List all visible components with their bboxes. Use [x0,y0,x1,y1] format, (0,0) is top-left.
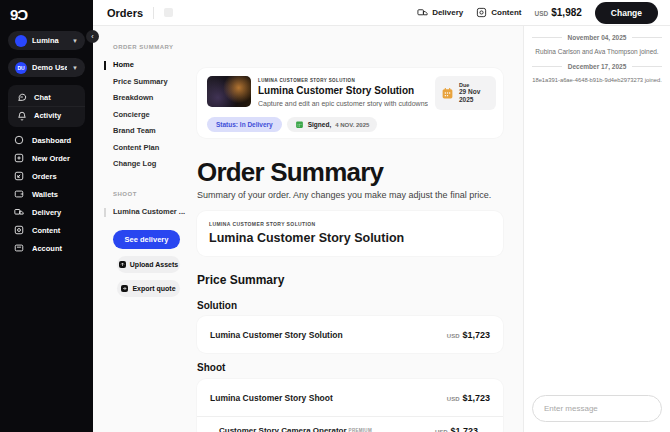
activity-event: November 04, 2025 Rubina Carlson and Ava… [524,34,670,55]
due-date-box: Due 29 Nov 2025 [435,76,496,110]
header-delivery-link[interactable]: Delivery [417,7,463,18]
subnav-section-label: ORDER SUMMARY [113,44,197,50]
main-content: LUMINA CUSTOMER STORY SOLUTION Lumina Cu… [197,26,503,432]
wallet-icon [14,189,24,199]
subnav-item-brand-team[interactable]: Brand Team [113,123,197,140]
price-row-shoot[interactable]: Lumina Customer Story Shoot USD $1,723 [197,379,503,416]
see-delivery-button[interactable]: See delivery [113,230,180,249]
currency-label: USD [447,396,460,402]
chevron-down-icon: ▼ [72,65,78,71]
signed-date: 4 NOV. 2025 [335,122,369,128]
event-text: 18e1a391-a6ae-4648-b91b-9d4eb2973273 joi… [532,77,662,83]
workspace-name: Lumina [32,36,59,45]
subnav-item-breakdown[interactable]: Breakdown [113,90,197,107]
signed-calendar-icon [295,120,304,129]
order-summary-subtitle: Summary of your order. Any changes you m… [197,190,491,200]
export-icon [121,285,128,292]
event-text: Rubina Carlson and Ava Thompson joined. [532,48,662,55]
user-avatar: DU [15,62,27,74]
sidebar-item-label: New Order [32,154,70,163]
sidebar-item-label: Content [32,226,60,235]
sidebar-item-account[interactable]: Account [0,239,93,257]
order-eyebrow: LUMINA CUSTOMER STORY SOLUTION [258,78,428,83]
header-actions: Delivery Content USD $1,982 Change [417,2,658,24]
app-window: 9Ɔ Lumina ▼ DU Demo User ▼ Chat [0,0,670,432]
subnav-item-change-log[interactable]: Change Log [113,156,197,173]
premium-tag: PREMIUM [349,428,372,432]
activity-panel: November 04, 2025 Rubina Carlson and Ava… [523,26,670,432]
price-row-camera-operator[interactable]: Customer Story Camera Operator PREMIUM U… [197,416,503,432]
sidebar-item-new-order[interactable]: New Order [0,149,93,167]
truck-icon [417,7,428,18]
chevron-down-icon: ▼ [72,38,78,44]
sidebar-item-orders[interactable]: Orders [0,167,93,185]
subnav-section-label: SHOOT [113,191,197,197]
sidebar-item-label: Dashboard [32,136,71,145]
sidebar-item-label: Chat [34,93,51,102]
page-title: Orders [107,7,143,19]
order-badges: Status: In Delivery Signed, 4 NOV. 2025 [207,117,493,132]
chevron-down-icon[interactable]: ⌄ [484,428,490,432]
sidebar-collapse-button[interactable]: ‹ [86,30,99,43]
upload-assets-button[interactable]: Upload Assets [117,256,180,273]
user-switcher[interactable]: DU Demo User ▼ [8,58,85,77]
shoot-group-heading: Shoot [197,362,225,373]
sidebar-item-delivery[interactable]: Delivery [0,203,93,221]
export-quote-button[interactable]: Export quote [117,280,180,297]
row-amount: $1,723 [462,393,490,403]
signed-label: Signed, [308,121,331,128]
content-icon [476,7,487,18]
account-icon [14,243,24,253]
order-summary-heading: Order Summary [197,157,383,188]
quick-actions-card: Chat Activity [8,85,85,127]
header-content-link[interactable]: Content [476,7,521,18]
workspace-avatar [15,35,27,47]
row-amount: $1,723 [462,330,490,340]
sidebar-item-chat[interactable]: Chat [8,88,85,106]
total-amount: $1,982 [551,7,582,18]
due-date-line2: 2025 [459,96,480,104]
workspace-switcher[interactable]: Lumina ▼ [8,31,85,50]
due-date-line1: 29 Nov [459,88,480,96]
truck-icon [14,207,24,217]
currency-label: USD [535,10,549,17]
subnav-item-shoot[interactable]: Lumina Customer ... [113,204,197,221]
solution-group-heading: Solution [197,300,237,311]
primary-sidebar: 9Ɔ Lumina ▼ DU Demo User ▼ Chat [0,0,93,432]
sidebar-item-wallets[interactable]: Wallets [0,185,93,203]
shoot-price-card: Lumina Customer Story Shoot USD $1,723 C… [197,379,503,432]
order-description: Capture and edit an epic customer story … [258,100,428,107]
order-overview-card: LUMINA CUSTOMER STORY SOLUTION Lumina Cu… [197,68,503,138]
activity-event: December 17, 2025 18e1a391-a6ae-4648-b91… [524,63,670,83]
subnav-item-price-summary[interactable]: Price Summary [113,74,197,91]
row-amount: $1,723 [451,426,479,432]
sidebar-item-label: Orders [32,172,57,181]
sidebar-item-dashboard[interactable]: Dashboard [0,131,93,149]
sidebar-item-activity[interactable]: Activity [8,106,85,124]
dashboard-icon [14,135,24,145]
solution-price-card: Lumina Customer Story Solution USD $1,72… [197,316,503,353]
message-input[interactable] [532,395,662,422]
sidebar-item-label: Delivery [32,208,61,217]
chat-icon [17,92,27,102]
sidebar-item-label: Wallets [32,190,58,199]
new-order-icon [14,153,24,163]
subnav-item-home[interactable]: Home [113,57,197,74]
orders-status-icon [164,8,173,17]
subnav-item-concierge[interactable]: Concierge [113,107,197,124]
order-title: Lumina Customer Story Solution [258,85,428,96]
currency-label: USD [447,333,460,339]
orders-icon [14,171,24,181]
subnav-item-content-plan[interactable]: Content Plan [113,140,197,157]
order-total: USD $1,982 [535,7,582,18]
order-subnav: ORDER SUMMARY Home Price Summary Breakdo… [93,26,197,432]
change-button[interactable]: Change [595,2,658,24]
bell-icon [17,111,27,121]
content-icon [14,225,24,235]
price-row-solution[interactable]: Lumina Customer Story Solution USD $1,72… [197,316,503,353]
sidebar-item-content[interactable]: Content [0,221,93,239]
upload-icon [119,261,126,268]
solution-summary-card[interactable]: LUMINA CUSTOMER STORY SOLUTION Lumina Cu… [197,211,503,256]
summary-card-title: Lumina Customer Story Solution [209,231,491,245]
order-card-text: LUMINA CUSTOMER STORY SOLUTION Lumina Cu… [258,76,428,110]
